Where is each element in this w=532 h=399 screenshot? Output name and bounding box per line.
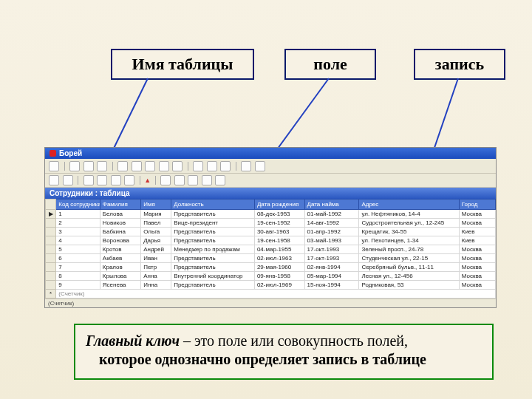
tb-icon[interactable] — [69, 161, 80, 171]
row-selector[interactable] — [46, 263, 56, 272]
cell[interactable]: 4 — [56, 236, 100, 245]
cell[interactable]: Москва — [459, 219, 495, 228]
tb-icon[interactable] — [193, 161, 203, 171]
cell[interactable]: 02-янв-1994 — [304, 263, 359, 272]
cell[interactable]: 6 — [56, 254, 100, 263]
cell[interactable]: Кралов — [100, 263, 140, 272]
cell[interactable]: Представитель — [171, 281, 255, 290]
cell[interactable]: 03-май-1993 — [304, 236, 359, 245]
cell[interactable]: 1 — [56, 210, 100, 219]
cell[interactable]: 30-авг-1963 — [254, 228, 304, 236]
cell[interactable]: 9 — [56, 281, 100, 290]
tb-icon[interactable] — [220, 161, 231, 171]
cell[interactable]: 15-ноя-1994 — [304, 281, 359, 290]
col-id[interactable]: Код сотрудника — [56, 200, 100, 210]
cell[interactable]: Инна — [141, 281, 171, 290]
tb-icon[interactable] — [172, 161, 183, 171]
table-row[interactable]: 4ВороноваДарьяПредставитель19-сен-195803… — [46, 236, 496, 245]
cell[interactable]: Представитель — [171, 254, 255, 263]
tb-icon[interactable] — [132, 161, 142, 171]
cell[interactable]: Родниковая, 53 — [359, 281, 459, 290]
row-selector[interactable]: * — [46, 290, 56, 299]
cell[interactable]: Москва — [459, 210, 495, 219]
cell[interactable]: Представитель — [171, 263, 255, 272]
tb-icon[interactable] — [63, 175, 73, 185]
tb-icon[interactable] — [241, 161, 251, 171]
cell[interactable]: 14-авг-1992 — [304, 219, 359, 228]
col-address[interactable]: Адрес — [359, 200, 459, 210]
cell[interactable]: Ольга — [141, 228, 171, 236]
record-navigator[interactable]: (Счетчик) — [45, 299, 496, 307]
tb-icon[interactable] — [124, 175, 134, 185]
cell[interactable]: Менеджер по продажам — [171, 245, 255, 254]
toolbar-format[interactable]: ▲ — [45, 174, 496, 188]
cell[interactable]: Зеленый просп., 24-78 — [359, 245, 459, 254]
cell[interactable]: Акбаев — [100, 254, 140, 263]
cell[interactable]: Студенческая ул., 22-15 — [359, 254, 459, 263]
cell[interactable]: Киев — [459, 236, 495, 245]
tb-icon[interactable] — [160, 175, 171, 185]
row-selector[interactable] — [46, 272, 56, 281]
col-hiredate[interactable]: Дата найма — [304, 200, 359, 210]
tb-icon[interactable] — [83, 161, 94, 171]
tb-icon[interactable] — [145, 161, 155, 171]
table-row-new[interactable]: *(Счетчик) — [46, 290, 496, 299]
cell[interactable]: Андрей — [141, 245, 171, 254]
row-selector[interactable] — [46, 245, 56, 254]
cell[interactable]: Москва — [459, 245, 495, 254]
cell[interactable]: 17-окт-1993 — [304, 254, 359, 263]
cell[interactable]: 19-сен-1958 — [254, 236, 304, 245]
cell[interactable]: 05-мар-1994 — [304, 272, 359, 281]
cell[interactable]: Лесная ул., 12-456 — [359, 272, 459, 281]
row-selector[interactable]: ▶ — [46, 210, 56, 219]
tb-icon[interactable] — [188, 175, 198, 185]
tb-icon[interactable] — [202, 175, 212, 185]
tb-icon[interactable] — [49, 161, 59, 171]
table-row[interactable]: 9ЯсеневаИннаПредставитель02-июл-196915-н… — [46, 281, 496, 290]
cell[interactable]: Внутренний координатор — [171, 272, 255, 281]
cell[interactable]: 2 — [56, 219, 100, 228]
row-selector[interactable] — [46, 236, 56, 245]
cell[interactable]: Судостроительная ул., 12-245 — [359, 219, 459, 228]
row-selector[interactable] — [46, 254, 56, 263]
table-row[interactable]: 7КраловПетрПредставитель29-мая-196002-ян… — [46, 263, 496, 272]
cell[interactable]: 17-окт-1993 — [304, 245, 359, 254]
cell[interactable]: 08-дек-1953 — [254, 210, 304, 219]
cell[interactable]: 01-май-1992 — [304, 210, 359, 219]
toolbar-top[interactable] — [45, 159, 496, 174]
tb-icon[interactable] — [83, 175, 94, 185]
cell[interactable]: 02-июл-1963 — [254, 254, 304, 263]
col-lastname[interactable]: Фамилия — [100, 200, 140, 210]
table-row[interactable]: 5КротовАндрейМенеджер по продажам04-мар-… — [46, 245, 496, 254]
cell[interactable]: Белова — [100, 210, 140, 219]
tb-icon[interactable] — [174, 175, 185, 185]
cell[interactable]: 8 — [56, 272, 100, 281]
tb-icon[interactable] — [215, 175, 225, 185]
table-row[interactable]: 2НовиковПавелВице-президент19-сен-195214… — [46, 219, 496, 228]
cell[interactable]: Москва — [459, 272, 495, 281]
row-selector[interactable] — [46, 228, 56, 236]
cell[interactable]: Крещатик, 34-55 — [359, 228, 459, 236]
cell[interactable]: Представитель — [171, 236, 255, 245]
cell[interactable]: Павел — [141, 219, 171, 228]
cell[interactable]: Серебряный бульв., 11-11 — [359, 263, 459, 272]
tb-icon[interactable] — [207, 161, 217, 171]
col-firstname[interactable]: Имя — [141, 200, 171, 210]
cell[interactable]: Москва — [459, 281, 495, 290]
cell[interactable]: Вице-президент — [171, 219, 255, 228]
cell[interactable]: Мария — [141, 210, 171, 219]
row-selector[interactable] — [46, 219, 56, 228]
tb-icon[interactable] — [159, 161, 169, 171]
table-row[interactable]: 8КрыловаАннаВнутренний координатор09-янв… — [46, 272, 496, 281]
tb-icon[interactable] — [97, 175, 107, 185]
cell[interactable]: 5 — [56, 245, 100, 254]
cell[interactable]: Москва — [459, 263, 495, 272]
cell[interactable]: Представитель — [171, 210, 255, 219]
table-row[interactable]: 3БабкинаОльгаПредставитель30-авг-196301-… — [46, 228, 496, 236]
cell[interactable]: Крылова — [100, 272, 140, 281]
cell[interactable]: Москва — [459, 254, 495, 263]
cell[interactable]: 3 — [56, 228, 100, 236]
cell[interactable]: Анна — [141, 272, 171, 281]
cell[interactable]: 02-июл-1969 — [254, 281, 304, 290]
cell[interactable]: 19-сен-1952 — [254, 219, 304, 228]
